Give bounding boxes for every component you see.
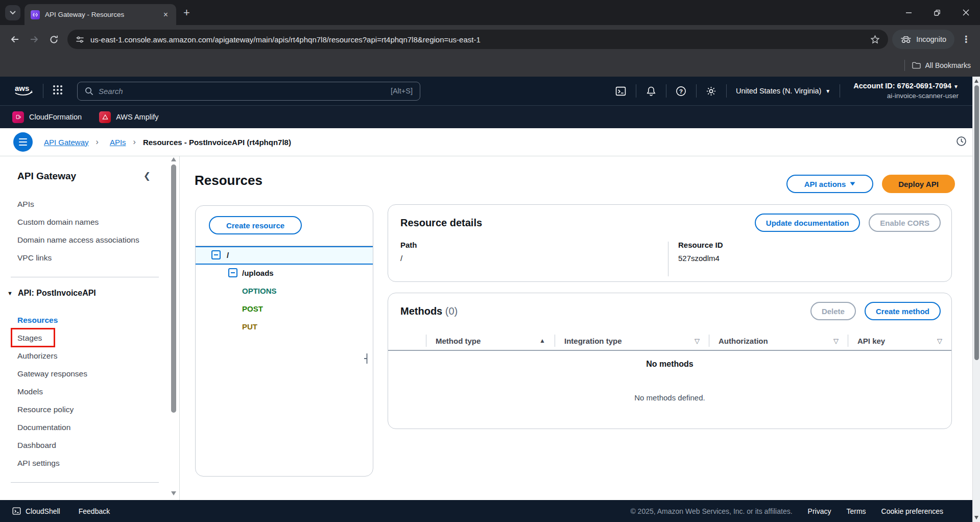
region-selector[interactable]: United States (N. Virginia) ▼ — [732, 87, 834, 95]
column-api-key[interactable]: API key ▽ — [848, 335, 951, 347]
all-bookmarks-button[interactable]: All Bookmarks — [925, 61, 971, 69]
forward-button[interactable] — [25, 30, 44, 49]
favorite-aws-amplify[interactable]: AWS Amplify — [99, 111, 158, 123]
sidebar-collapse-icon[interactable]: ❮ — [144, 171, 151, 181]
account-id: Account ID: 6762-0691-7094 — [853, 82, 951, 90]
empty-state-message: No methods defined. — [388, 393, 951, 402]
sidebar-item-apis[interactable]: APIs — [17, 195, 179, 213]
sort-ascending-icon[interactable]: ▲ — [539, 337, 545, 344]
sidebar-item-dashboard[interactable]: Dashboard — [17, 436, 179, 454]
account-menu[interactable]: Account ID: 6762-0691-7094 ▼ ai-invoice-… — [853, 81, 959, 101]
services-grid-icon[interactable] — [53, 85, 63, 97]
column-integration-type[interactable]: Integration type ▽ — [555, 335, 709, 347]
scroll-down-arrow-icon[interactable] — [171, 491, 176, 495]
resource-details-title: Resource details — [400, 217, 746, 229]
search-input[interactable] — [99, 87, 386, 96]
aws-logo[interactable]: aws — [13, 83, 34, 99]
privacy-link[interactable]: Privacy — [808, 507, 831, 515]
bookmarks-bar: All Bookmarks — [0, 54, 980, 77]
nav-divider — [666, 84, 666, 98]
window-minimize-button[interactable] — [894, 0, 923, 25]
window-restore-button[interactable] — [923, 0, 951, 25]
help-icon[interactable]: ? — [672, 86, 691, 97]
notifications-bell-icon[interactable] — [641, 86, 661, 97]
tree-uploads-label[interactable]: /uploads — [242, 269, 274, 277]
api-actions-button[interactable]: API actions — [786, 175, 873, 193]
sidebar-item-stages[interactable]: Stages — [17, 329, 179, 347]
deploy-api-button[interactable]: Deploy API — [882, 175, 955, 193]
browser-tab[interactable]: API Gateway - Resources × — [25, 4, 176, 25]
sidebar-item-authorizers[interactable]: Authorizers — [17, 347, 179, 365]
breadcrumb-bar: API Gateway › APIs › Resources - PostInv… — [0, 128, 980, 156]
sidebar-item-vpc-links[interactable]: VPC links — [17, 249, 179, 267]
side-nav-toggle-button[interactable] — [13, 132, 33, 152]
tree-row-root-selected[interactable] — [196, 246, 373, 265]
create-resource-button[interactable]: Create resource — [209, 216, 302, 234]
breadcrumb-link-apis[interactable]: APIs — [110, 138, 126, 147]
breadcrumb-link-api-gateway[interactable]: API Gateway — [44, 138, 89, 147]
new-tab-button[interactable]: + — [183, 6, 190, 19]
session-clock-icon[interactable] — [956, 136, 967, 149]
reload-button[interactable] — [44, 30, 63, 49]
select-all-column[interactable] — [388, 335, 426, 347]
scroll-down-arrow-icon[interactable] — [974, 516, 978, 519]
url-bar[interactable]: us-east-1.console.aws.amazon.com/apigate… — [67, 30, 888, 49]
tree-method-post[interactable]: POST — [242, 304, 263, 313]
page-scrollbar[interactable] — [972, 77, 980, 522]
browser-menu-button[interactable]: ⋮ — [958, 34, 975, 45]
tab-close-icon[interactable]: × — [161, 10, 170, 20]
url-text: us-east-1.console.aws.amazon.com/apigate… — [90, 35, 864, 44]
tab-search-button[interactable] — [5, 5, 20, 20]
sidebar-section-header[interactable]: ▼ API: PostInvoiceAPI — [7, 289, 179, 298]
window-close-button[interactable] — [951, 0, 980, 25]
sort-icon[interactable]: ▽ — [937, 337, 942, 345]
tree-collapse-root-icon[interactable] — [211, 250, 221, 259]
sort-icon[interactable]: ▽ — [833, 337, 839, 345]
column-authorization[interactable]: Authorization ▽ — [709, 335, 848, 347]
feedback-button[interactable]: Feedback — [79, 507, 110, 515]
sidebar-item-api-settings[interactable]: API settings — [17, 454, 179, 472]
enable-cors-button[interactable]: Enable CORS — [869, 213, 941, 232]
site-settings-icon[interactable] — [76, 35, 84, 44]
nav-divider — [696, 84, 697, 98]
sidebar-item-gateway-responses[interactable]: Gateway responses — [17, 365, 179, 383]
scrollbar-thumb[interactable] — [974, 85, 979, 360]
tree-root-label[interactable]: / — [227, 251, 229, 259]
back-button[interactable] — [5, 30, 25, 49]
breadcrumb-current: Resources - PostInvoiceAPI (rt4phqn7l8) — [143, 138, 291, 147]
tree-method-options[interactable]: OPTIONS — [242, 287, 277, 295]
sidebar-item-documentation[interactable]: Documentation — [17, 418, 179, 436]
sidebar-item-models[interactable]: Models — [17, 383, 179, 400]
delete-method-button[interactable]: Delete — [810, 302, 856, 320]
sort-icon[interactable]: ▽ — [695, 337, 700, 345]
update-documentation-button[interactable]: Update documentation — [755, 213, 861, 232]
bookmark-star-icon[interactable] — [870, 35, 880, 44]
tree-collapse-uploads-icon[interactable] — [228, 268, 237, 277]
settings-gear-icon[interactable] — [702, 86, 721, 97]
scroll-up-arrow-icon[interactable] — [171, 157, 176, 161]
scrollbar-thumb[interactable] — [171, 164, 176, 413]
create-method-button[interactable]: Create method — [865, 302, 941, 320]
sidebar-item-resource-policy[interactable]: Resource policy — [17, 400, 179, 418]
tree-method-put[interactable]: PUT — [242, 322, 257, 331]
sidebar-scrollbar[interactable] — [171, 156, 177, 500]
favorite-cloudformation[interactable]: CloudFormation — [12, 111, 82, 123]
methods-count: (0) — [445, 305, 458, 317]
terms-link[interactable]: Terms — [846, 507, 866, 515]
sidebar-item-custom-domain-names[interactable]: Custom domain names — [17, 213, 179, 231]
sidebar-item-domain-name-access-associations[interactable]: Domain name access associations — [17, 231, 179, 249]
methods-title: Methods (0) — [400, 305, 802, 317]
cloudshell-button[interactable]: CloudShell — [12, 507, 60, 515]
sidebar: API Gateway ❮ APIs Custom domain names D… — [0, 156, 180, 500]
cloudshell-icon[interactable] — [611, 86, 631, 97]
cookie-preferences-link[interactable]: Cookie preferences — [881, 507, 943, 515]
methods-table-header: Method type ▲ Integration type ▽ Authori… — [388, 331, 951, 351]
page-title: Resources — [195, 173, 262, 188]
column-method-type[interactable]: Method type ▲ — [426, 335, 555, 347]
aws-search-bar[interactable]: [Alt+S] — [77, 82, 420, 101]
scroll-up-arrow-icon[interactable] — [974, 79, 978, 83]
sidebar-item-resources[interactable]: Resources — [17, 311, 179, 329]
nav-divider — [840, 84, 840, 98]
sidebar-top-list: APIs Custom domain names Domain name acc… — [17, 195, 179, 267]
panel-resize-handle[interactable] — [364, 353, 368, 366]
